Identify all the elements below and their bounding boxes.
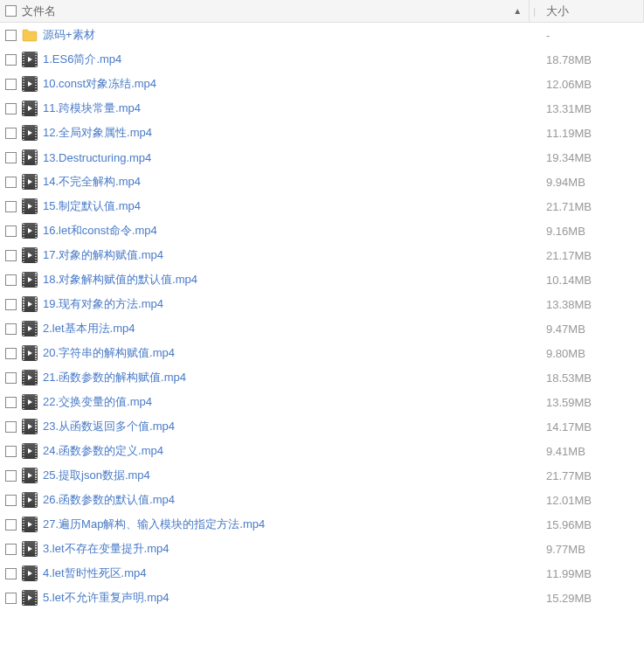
row-checkbox[interactable] bbox=[5, 225, 17, 237]
file-row[interactable]: 5.let不允许重复声明.mp415.29MB bbox=[0, 586, 644, 610]
file-row[interactable]: 2.let基本用法.mp49.47MB bbox=[0, 316, 644, 341]
file-name-link[interactable]: 18.对象解构赋值的默认值.mp4 bbox=[43, 272, 539, 288]
file-row[interactable]: 24.函数参数的定义.mp49.41MB bbox=[0, 439, 644, 463]
file-row[interactable]: 25.提取json数据.mp421.77MB bbox=[0, 463, 644, 488]
row-checkbox[interactable] bbox=[5, 397, 17, 408]
column-header-size[interactable]: 大小 bbox=[539, 0, 644, 22]
row-checkbox[interactable] bbox=[5, 274, 17, 286]
row-checkbox[interactable] bbox=[5, 54, 17, 66]
row-checkbox[interactable] bbox=[5, 152, 17, 163]
file-name-link[interactable]: 源码+素材 bbox=[43, 27, 539, 43]
row-checkbox[interactable] bbox=[5, 470, 17, 482]
row-checkbox[interactable] bbox=[5, 421, 17, 433]
video-file-icon bbox=[22, 565, 38, 581]
row-checkbox[interactable] bbox=[5, 250, 17, 261]
file-size: 13.31MB bbox=[539, 102, 644, 115]
file-row[interactable]: 1.ES6简介.mp418.78MB bbox=[0, 47, 644, 72]
file-name-link[interactable]: 16.let和const命令.mp4 bbox=[43, 223, 539, 239]
video-file-icon bbox=[22, 296, 38, 312]
video-file-icon bbox=[22, 52, 38, 67]
file-name-link[interactable]: 3.let不存在变量提升.mp4 bbox=[43, 541, 539, 557]
file-name-link[interactable]: 10.const对象冻结.mp4 bbox=[43, 76, 539, 92]
video-file-icon bbox=[22, 394, 38, 410]
row-checkbox[interactable] bbox=[5, 495, 17, 506]
file-size: 12.06MB bbox=[539, 78, 644, 91]
file-name-link[interactable]: 22.交换变量的值.mp4 bbox=[43, 394, 539, 410]
file-size: 18.53MB bbox=[539, 371, 644, 385]
file-row[interactable]: 18.对象解构赋值的默认值.mp410.14MB bbox=[0, 267, 644, 292]
file-row[interactable]: 21.函数参数的解构赋值.mp418.53MB bbox=[0, 365, 644, 390]
file-name-link[interactable]: 19.现有对象的方法.mp4 bbox=[43, 296, 539, 312]
file-size: 9.94MB bbox=[539, 176, 644, 189]
file-row[interactable]: 15.制定默认值.mp421.71MB bbox=[0, 194, 644, 219]
row-checkbox[interactable] bbox=[5, 30, 17, 41]
file-row[interactable]: 23.从函数返回多个值.mp414.17MB bbox=[0, 414, 644, 439]
column-header-name[interactable]: 文件名 ▲ bbox=[0, 0, 530, 22]
video-file-icon bbox=[22, 174, 38, 190]
video-file-icon bbox=[22, 125, 38, 141]
file-name-link[interactable]: 13.Destructuring.mp4 bbox=[43, 151, 539, 164]
file-size: 15.96MB bbox=[539, 518, 644, 531]
row-checkbox[interactable] bbox=[5, 299, 17, 310]
file-size: 9.47MB bbox=[539, 323, 644, 336]
sort-ascending-icon: ▲ bbox=[513, 6, 529, 16]
row-checkbox[interactable] bbox=[5, 372, 17, 384]
file-row[interactable]: 26.函数参数的默认值.mp412.01MB bbox=[0, 488, 644, 512]
file-row[interactable]: 14.不完全解构.mp49.94MB bbox=[0, 170, 644, 194]
file-size: 11.19MB bbox=[539, 127, 644, 140]
file-size: - bbox=[539, 29, 644, 42]
video-file-icon bbox=[22, 419, 38, 434]
file-row[interactable]: 19.现有对象的方法.mp413.38MB bbox=[0, 292, 644, 316]
row-checkbox[interactable] bbox=[5, 568, 17, 579]
file-name-link[interactable]: 20.字符串的解构赋值.mp4 bbox=[43, 345, 539, 361]
file-name-link[interactable]: 14.不完全解构.mp4 bbox=[43, 174, 539, 190]
file-row[interactable]: 20.字符串的解构赋值.mp49.80MB bbox=[0, 341, 644, 365]
row-checkbox[interactable] bbox=[5, 201, 17, 212]
row-checkbox[interactable] bbox=[5, 323, 17, 335]
file-name-link[interactable]: 21.函数参数的解构赋值.mp4 bbox=[43, 370, 539, 385]
video-file-icon bbox=[22, 101, 38, 116]
file-name-link[interactable]: 5.let不允许重复声明.mp4 bbox=[43, 590, 539, 606]
file-size: 14.17MB bbox=[539, 420, 644, 434]
file-name-link[interactable]: 23.从函数返回多个值.mp4 bbox=[43, 419, 539, 434]
file-size: 13.59MB bbox=[539, 396, 644, 409]
file-name-link[interactable]: 11.跨模块常量.mp4 bbox=[43, 101, 539, 116]
file-row[interactable]: 16.let和const命令.mp49.16MB bbox=[0, 219, 644, 243]
row-checkbox[interactable] bbox=[5, 348, 17, 359]
row-checkbox[interactable] bbox=[5, 519, 17, 531]
row-checkbox[interactable] bbox=[5, 79, 17, 90]
row-checkbox[interactable] bbox=[5, 446, 17, 457]
file-name-link[interactable]: 24.函数参数的定义.mp4 bbox=[43, 443, 539, 459]
file-name-link[interactable]: 17.对象的解构赋值.mp4 bbox=[43, 247, 539, 263]
file-row[interactable]: 17.对象的解构赋值.mp421.17MB bbox=[0, 243, 644, 267]
file-name-link[interactable]: 1.ES6简介.mp4 bbox=[43, 52, 539, 67]
row-checkbox[interactable] bbox=[5, 128, 17, 139]
row-checkbox[interactable] bbox=[5, 544, 17, 555]
file-row[interactable]: 源码+素材- bbox=[0, 23, 644, 47]
select-all-checkbox[interactable] bbox=[5, 5, 17, 17]
video-file-icon bbox=[22, 590, 38, 606]
file-row[interactable]: 11.跨模块常量.mp413.31MB bbox=[0, 96, 644, 121]
file-row[interactable]: 13.Destructuring.mp419.34MB bbox=[0, 145, 644, 170]
file-row[interactable]: 22.交换变量的值.mp413.59MB bbox=[0, 390, 644, 414]
file-row[interactable]: 3.let不存在变量提升.mp49.77MB bbox=[0, 537, 644, 561]
file-name-link[interactable]: 2.let基本用法.mp4 bbox=[43, 321, 539, 336]
video-file-icon bbox=[22, 247, 38, 263]
file-name-link[interactable]: 15.制定默认值.mp4 bbox=[43, 198, 539, 214]
video-file-icon bbox=[22, 321, 38, 336]
file-row[interactable]: 27.遍历Map解构、输入模块的指定方法.mp415.96MB bbox=[0, 512, 644, 537]
file-row[interactable]: 10.const对象冻结.mp412.06MB bbox=[0, 72, 644, 96]
file-size: 10.14MB bbox=[539, 274, 644, 287]
file-row[interactable]: 4.let暂时性死区.mp411.99MB bbox=[0, 561, 644, 586]
file-name-link[interactable]: 27.遍历Map解构、输入模块的指定方法.mp4 bbox=[43, 517, 539, 532]
file-name-link[interactable]: 25.提取json数据.mp4 bbox=[43, 468, 539, 483]
file-name-link[interactable]: 12.全局对象属性.mp4 bbox=[43, 125, 539, 141]
file-name-link[interactable]: 26.函数参数的默认值.mp4 bbox=[43, 492, 539, 508]
video-file-icon bbox=[22, 541, 38, 557]
file-row[interactable]: 12.全局对象属性.mp411.19MB bbox=[0, 121, 644, 145]
file-name-link[interactable]: 4.let暂时性死区.mp4 bbox=[43, 565, 539, 581]
row-checkbox[interactable] bbox=[5, 593, 17, 604]
row-checkbox[interactable] bbox=[5, 103, 17, 114]
file-size: 21.77MB bbox=[539, 469, 644, 482]
row-checkbox[interactable] bbox=[5, 177, 17, 188]
